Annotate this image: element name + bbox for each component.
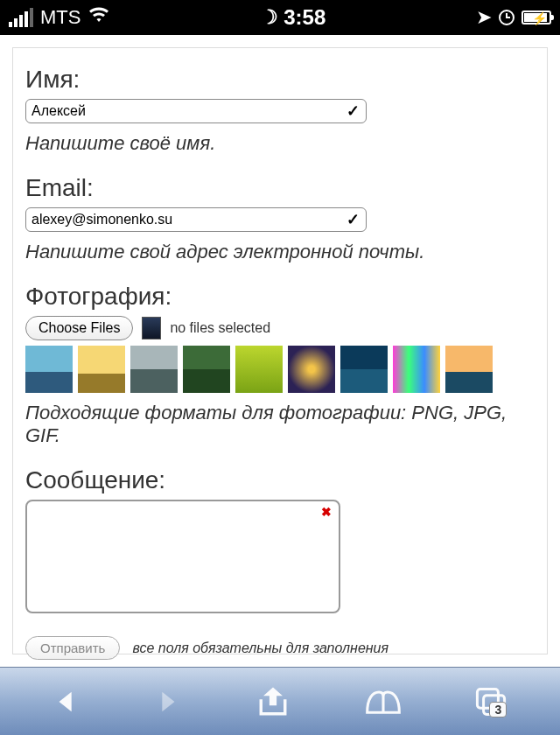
location-icon: ➤	[476, 6, 492, 29]
clock-time: 3:58	[284, 5, 326, 30]
email-label: Email:	[25, 174, 535, 202]
photo-hint: Подходящие форматы для фотографии: PNG, …	[25, 402, 535, 447]
thumbnail[interactable]	[288, 346, 335, 393]
status-bar: MTS ☽ 3:58 ➤ ⚡	[0, 0, 560, 35]
form-card: Имя: ✓ Напишите своё имя. Email: ✓ Напиш…	[12, 47, 548, 654]
tabs-count-badge: 3	[489, 702, 507, 718]
thumbnail[interactable]	[183, 346, 230, 393]
tabs-button[interactable]: 3	[473, 686, 508, 718]
name-input[interactable]	[25, 99, 367, 123]
forward-button[interactable]	[152, 687, 182, 717]
name-hint: Напишите своё имя.	[25, 132, 535, 155]
message-label: Сообщение:	[25, 466, 535, 494]
alarm-icon	[499, 10, 514, 25]
photo-label: Фотография:	[25, 283, 535, 311]
share-button[interactable]	[254, 684, 292, 719]
bookmarks-button[interactable]	[364, 687, 402, 717]
thumbnail[interactable]	[25, 346, 73, 393]
submit-note: все поля обязательны для заполнения	[132, 640, 388, 656]
submit-button[interactable]: Отправить	[25, 636, 120, 660]
email-input[interactable]	[25, 207, 367, 232]
dnd-moon-icon: ☽	[261, 6, 278, 29]
thumbnail[interactable]	[445, 346, 493, 393]
choose-files-button[interactable]: Choose Files	[25, 316, 133, 340]
name-label: Имя:	[25, 66, 535, 94]
message-textarea[interactable]	[25, 500, 340, 613]
browser-toolbar: 3	[0, 667, 560, 735]
thumbnail[interactable]	[130, 346, 178, 393]
thumbnail[interactable]	[235, 346, 283, 393]
carrier-label: MTS	[40, 6, 80, 29]
signal-icon	[9, 8, 33, 27]
wifi-icon	[88, 6, 110, 29]
file-type-icon	[142, 317, 161, 340]
photo-thumbnails	[25, 346, 535, 393]
valid-check-icon: ✓	[346, 210, 360, 229]
invalid-x-icon: ✖	[321, 505, 332, 519]
thumbnail[interactable]	[340, 346, 388, 393]
back-button[interactable]	[52, 687, 81, 717]
battery-icon: ⚡	[522, 10, 551, 24]
thumbnail[interactable]	[393, 346, 440, 393]
file-status-text: no files selected	[170, 320, 270, 336]
thumbnail[interactable]	[78, 346, 125, 393]
page-content: Имя: ✓ Напишите своё имя. Email: ✓ Напиш…	[0, 35, 560, 667]
email-hint: Напишите свой адрес электронной почты.	[25, 241, 535, 263]
valid-check-icon: ✓	[346, 102, 360, 121]
